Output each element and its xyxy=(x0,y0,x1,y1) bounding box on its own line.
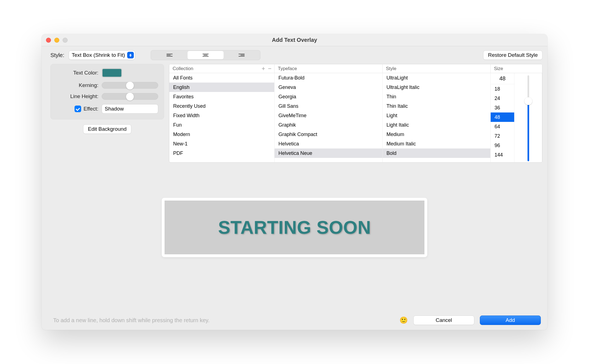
list-item[interactable]: New-1 xyxy=(169,139,274,148)
list-item[interactable]: Gill Sans xyxy=(275,101,382,111)
emoji-picker-button[interactable]: 🙂 xyxy=(400,316,408,324)
chevron-updown-icon xyxy=(127,52,134,58)
list-item[interactable]: Helvetica xyxy=(275,139,382,148)
remove-collection-button[interactable]: − xyxy=(268,65,272,72)
footer: To add a new line, hold down shift while… xyxy=(42,311,547,330)
font-browser-headers: Collection + − Typeface Style Size xyxy=(169,64,542,73)
list-item[interactable]: Fixed Width xyxy=(169,111,274,120)
window-title: Add Text Overlay xyxy=(272,37,317,43)
align-left-icon xyxy=(167,54,173,57)
titlebar: Add Text Overlay xyxy=(42,34,547,46)
line-height-slider[interactable] xyxy=(102,93,158,100)
align-center-button[interactable] xyxy=(188,51,224,59)
size-header: Size xyxy=(491,64,542,73)
style-label: Style: xyxy=(50,52,64,58)
list-item[interactable]: Thin Italic xyxy=(383,101,490,111)
line-height-label: Line Height: xyxy=(54,93,98,99)
size-list[interactable]: 18243648647296144 xyxy=(491,84,514,162)
main-area: Text Color: Kerning: Line Height: xyxy=(42,60,547,187)
list-item[interactable]: English xyxy=(169,83,274,92)
edit-background-button[interactable]: Edit Background xyxy=(83,124,131,134)
left-column: Text Color: Kerning: Line Height: xyxy=(50,64,164,187)
kerning-slider[interactable] xyxy=(102,82,158,89)
list-item[interactable]: Futura-Bold xyxy=(275,73,382,83)
size-option[interactable]: 24 xyxy=(491,94,514,103)
text-color-label: Text Color: xyxy=(54,70,98,76)
zoom-window-button[interactable] xyxy=(63,38,68,43)
align-left-button[interactable] xyxy=(152,51,188,59)
size-option[interactable]: 72 xyxy=(491,131,514,141)
list-item[interactable]: Thin xyxy=(383,92,490,101)
list-item[interactable]: Modern xyxy=(169,130,274,139)
minimize-window-button[interactable] xyxy=(54,38,59,43)
align-center-icon xyxy=(203,54,209,57)
traffic-lights xyxy=(46,34,68,46)
size-option[interactable]: 64 xyxy=(491,122,514,131)
list-item[interactable]: Fun xyxy=(169,120,274,130)
list-item[interactable]: Medium Italic xyxy=(383,139,490,148)
font-browser-body: All FontsEnglishFavoritesRecently UsedFi… xyxy=(169,73,542,162)
size-option[interactable]: 36 xyxy=(491,103,514,112)
alignment-segmented-control xyxy=(151,50,260,60)
list-item[interactable]: GiveMeTime xyxy=(275,111,382,120)
text-color-swatch[interactable] xyxy=(102,68,122,78)
chevron-updown-icon xyxy=(152,106,157,111)
effect-dropdown[interactable]: Shadow xyxy=(102,104,158,114)
style-dropdown[interactable]: Text Box (Shrink to Fit) xyxy=(69,50,135,60)
footer-hint: To add a new line, hold down shift while… xyxy=(53,317,209,324)
effect-dropdown-value: Shadow xyxy=(105,106,152,112)
list-item[interactable]: All Fonts xyxy=(169,73,274,83)
list-item[interactable]: Geneva xyxy=(275,83,382,92)
style-dropdown-value: Text Box (Shrink to Fit) xyxy=(72,52,125,58)
typeface-list[interactable]: Futura-BoldGenevaGeorgiaGill SansGiveMeT… xyxy=(275,73,383,162)
properties-panel: Text Color: Kerning: Line Height: xyxy=(50,64,164,119)
list-item[interactable]: Helvetica Neue xyxy=(275,148,382,158)
style-list[interactable]: UltraLightUltraLight ItalicThinThin Ital… xyxy=(383,73,491,162)
list-item[interactable]: Georgia xyxy=(275,92,382,101)
list-item[interactable]: Graphik Compact xyxy=(275,130,382,139)
collection-list[interactable]: All FontsEnglishFavoritesRecently UsedFi… xyxy=(169,73,275,162)
size-option[interactable]: 96 xyxy=(491,141,514,150)
typeface-header: Typeface xyxy=(275,64,383,73)
list-item[interactable]: Bold xyxy=(383,148,490,158)
size-option[interactable]: 144 xyxy=(491,150,514,160)
top-toolbar: Style: Text Box (Shrink to Fit) Res xyxy=(42,46,547,60)
kerning-label: Kerning: xyxy=(54,82,98,88)
align-right-icon xyxy=(239,54,245,57)
size-option[interactable]: 18 xyxy=(491,84,514,94)
style-header: Style xyxy=(383,64,491,73)
list-item[interactable]: UltraLight xyxy=(383,73,490,83)
list-item[interactable]: Favorites xyxy=(169,92,274,101)
size-input[interactable]: 48 xyxy=(491,73,514,84)
align-right-button[interactable] xyxy=(224,51,260,59)
restore-default-style-button[interactable]: Restore Default Style xyxy=(483,50,542,60)
window: Add Text Overlay Style: Text Box (Shrink… xyxy=(42,34,547,330)
list-item[interactable]: Recently Used xyxy=(169,101,274,111)
list-item[interactable]: Graphik xyxy=(275,120,382,130)
font-browser: Collection + − Typeface Style Size All F… xyxy=(169,64,542,163)
effect-checkbox[interactable] xyxy=(75,106,81,112)
list-item[interactable]: UltraLight Italic xyxy=(383,83,490,92)
collection-header-label: Collection xyxy=(173,66,193,71)
size-column: 48 18243648647296144 xyxy=(491,73,542,162)
list-item[interactable]: PDF xyxy=(169,148,274,158)
list-item[interactable]: Light Italic xyxy=(383,120,490,130)
list-item[interactable]: Medium xyxy=(383,130,490,139)
effect-label: Effect: xyxy=(83,106,98,112)
cancel-button[interactable]: Cancel xyxy=(413,316,474,325)
add-button[interactable]: Add xyxy=(480,316,541,325)
close-window-button[interactable] xyxy=(46,38,51,43)
add-collection-button[interactable]: + xyxy=(262,65,265,72)
list-item[interactable]: Light xyxy=(383,111,490,120)
size-option[interactable]: 48 xyxy=(491,112,514,122)
collection-header: Collection + − xyxy=(169,64,275,73)
size-slider[interactable] xyxy=(524,75,532,161)
